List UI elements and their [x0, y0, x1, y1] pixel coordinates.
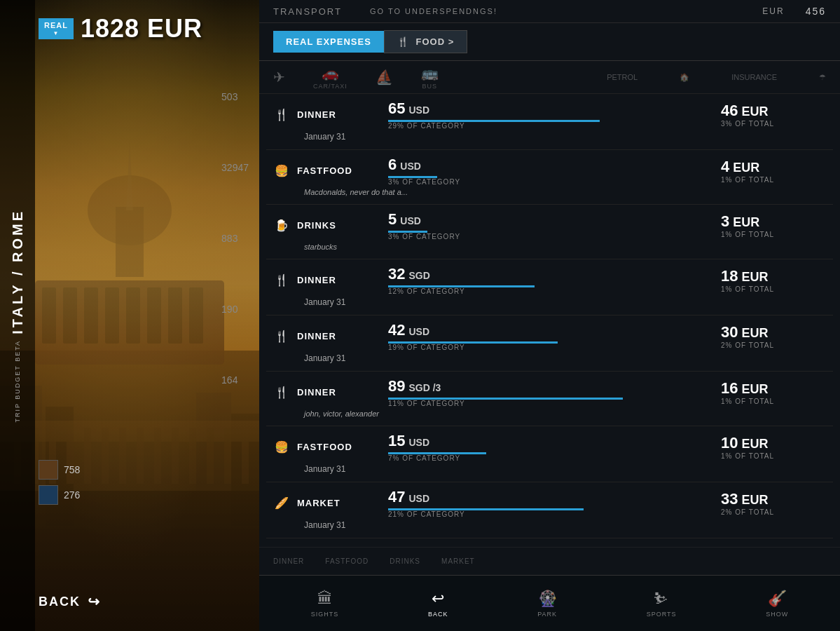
tab-food-icon: 🍴 — [397, 36, 409, 47]
tab-real-expenses[interactable]: REAL EXPENSES — [273, 31, 384, 53]
category-5: DINNER — [297, 331, 381, 341]
pct-total-7: 1% OF TOTAL — [721, 452, 826, 460]
left-legend: 758 276 — [39, 460, 80, 505]
transport-icon-plane: ✈ — [273, 69, 285, 86]
budget-amount: 1828 EUR — [81, 14, 202, 43]
note-2: Macdonalds, never do that a... — [304, 188, 408, 196]
left-title-strip: ITALY / ROME TRIP BUDGET BETA — [0, 0, 35, 631]
svg-rect-28 — [172, 428, 179, 484]
usd-block-4: 32 SGD 12% OF CATEGORY — [388, 265, 714, 295]
nav-sights[interactable]: 🏛 SIGHTS — [311, 590, 339, 618]
date-row-8: January 31 — [273, 518, 826, 532]
expense-main-row-8: 🥖 MARKET 47 USD 21% OF CATEGORY 33 EUR — [273, 488, 826, 518]
eur-block-3: 3 EUR 1% OF TOTAL — [721, 212, 826, 238]
amount-eur-3: 3 EUR — [721, 212, 826, 231]
transport-label: TRANSPORT — [273, 6, 342, 17]
nav-park[interactable]: 🎡 PARK — [537, 590, 557, 618]
date-8: January 31 — [304, 520, 345, 530]
pct-category-2: 3% OF CATEGORY — [388, 178, 714, 186]
nav-sports[interactable]: ⛷ SPORTS — [647, 590, 677, 618]
bus-label: BUS — [422, 83, 438, 90]
legend-value-2: 276 — [64, 489, 80, 501]
eur-block-6: 16 EUR 1% OF TOTAL — [721, 379, 826, 405]
back-arrow-bottom-icon: ↩ — [432, 590, 444, 608]
category-7: FASTFOOD — [297, 442, 381, 452]
park-icon: 🎡 — [538, 590, 557, 608]
list-item: 🍔 FASTFOOD 6 USD 3% OF CATEGORY 4 EUR 1 — [266, 150, 833, 205]
date-row-1: January 31 — [273, 130, 826, 144]
amount-eur-4: 18 EUR — [721, 267, 826, 285]
back-button[interactable]: BACK ↩ — [39, 593, 99, 610]
go-to-label: GO TO UNDERSPENDNGS! — [370, 7, 497, 15]
legend-value-1: 758 — [64, 464, 80, 475]
legend-row-1: 758 — [39, 460, 80, 480]
left-num-4: 190 — [221, 304, 249, 315]
left-num-5: 164 — [221, 374, 249, 386]
legend-box-brown — [39, 460, 58, 480]
note-3: starbucks — [304, 243, 337, 251]
bottom-back-button[interactable]: ↩ BACK — [428, 590, 448, 618]
list-item: 🍴 DINNER 32 SGD 12% OF CATEGORY 18 EUR — [266, 259, 833, 316]
expense-main-row-3: 🍺 DRINKS 5 USD 3% OF CATEGORY 3 EUR 1% — [273, 210, 826, 240]
nav-show[interactable]: 🎸 SHOW — [766, 590, 788, 618]
drinks-icon-1: 🍺 — [273, 219, 290, 232]
amount-usd-6: 89 SGD /3 — [388, 377, 714, 395]
chevron-down-icon: ▼ — [53, 30, 60, 36]
svg-rect-33 — [0, 491, 259, 631]
category-2: FASTFOOD — [297, 165, 381, 176]
date-1: January 31 — [304, 132, 345, 142]
expense-main-row-5: 🍴 DINNER 42 USD 19% OF CATEGORY 30 EUR — [273, 321, 826, 351]
budget-header: REAL ▼ 1828 EUR — [39, 14, 202, 43]
show-label: SHOW — [766, 611, 788, 618]
house-icon-faded: 🏠 — [680, 73, 689, 82]
amount-eur-8: 33 EUR — [721, 490, 826, 508]
transport-value: 456 — [806, 6, 826, 17]
amount-eur-7: 10 EUR — [721, 434, 826, 452]
bottom-back-label: BACK — [428, 611, 448, 618]
real-badge[interactable]: REAL ▼ — [39, 18, 74, 39]
boat-icon: ⛵ — [376, 69, 393, 86]
fastfood-icon-2: 🍔 — [273, 440, 290, 454]
expense-main-row-2: 🍔 FASTFOOD 6 USD 3% OF CATEGORY 4 EUR 1 — [273, 156, 826, 186]
amount-usd-3: 5 USD — [388, 210, 714, 229]
sports-icon: ⛷ — [654, 590, 669, 608]
real-label: REAL — [44, 21, 68, 29]
svg-rect-26 — [137, 428, 144, 484]
list-item: 🥖 MARKET 47 USD 21% OF CATEGORY 33 EUR — [266, 482, 833, 538]
list-item: 🍺 DRINKS 5 USD 3% OF CATEGORY 3 EUR 1% — [266, 205, 833, 259]
svg-rect-3 — [42, 287, 56, 344]
cat-drinks-faded: DRINKS — [390, 557, 420, 565]
sights-icon: 🏛 — [317, 590, 333, 608]
list-item: 🍴 DINNER 65 USD 29% OF CATEGORY 46 EUR — [266, 94, 833, 150]
svg-rect-27 — [154, 428, 161, 484]
transport-icons-row: ✈ 🚗 CAR/TAXI ⛵ 🚌 BUS PETROL 🏠 INSURANCE … — [259, 61, 840, 94]
petrol-label-faded: PETROL — [607, 73, 638, 81]
pct-total-4: 1% OF TOTAL — [721, 285, 826, 293]
dinner-icon-1: 🍴 — [273, 108, 290, 121]
tab-real-label: REAL EXPENSES — [286, 36, 371, 47]
pct-total-3: 1% OF TOTAL — [721, 231, 826, 238]
expense-main-row-1: 🍴 DINNER 65 USD 29% OF CATEGORY 46 EUR — [273, 100, 826, 130]
transport-icon-car: 🚗 CAR/TAXI — [313, 65, 347, 90]
eur-block-8: 33 EUR 2% OF TOTAL — [721, 490, 826, 516]
pct-category-6: 11% OF CATEGORY — [388, 400, 714, 407]
right-panel: TRANSPORT GO TO UNDERSPENDNGS! EUR 456 R… — [259, 0, 840, 631]
amount-usd-1: 65 USD — [388, 100, 714, 118]
usd-block-3: 5 USD 3% OF CATEGORY — [388, 210, 714, 240]
usd-block-8: 47 USD 21% OF CATEGORY — [388, 488, 714, 518]
category-8: MARKET — [297, 498, 381, 508]
svg-rect-8 — [147, 287, 161, 344]
tab-food[interactable]: 🍴 FOOD > — [384, 30, 467, 53]
umbrella-icon-faded: ☂ — [819, 73, 826, 82]
cat-market-faded: MARKET — [441, 557, 475, 565]
amount-usd-4: 32 SGD — [388, 265, 714, 283]
date-5: January 31 — [304, 353, 345, 363]
list-item: 🍴 DINNER 42 USD 19% OF CATEGORY 30 EUR — [266, 316, 833, 372]
date-row-4: January 31 — [273, 295, 826, 309]
transport-icon-bus: 🚌 BUS — [421, 65, 439, 90]
tab-food-label: FOOD > — [415, 36, 454, 47]
pct-category-1: 29% OF CATEGORY — [388, 122, 714, 130]
svg-rect-18 — [0, 421, 259, 442]
expense-main-row-6: 🍴 DINNER 89 SGD /3 11% OF CATEGORY 16 EU… — [273, 377, 826, 407]
dinner-icon-4: 🍴 — [273, 386, 290, 399]
